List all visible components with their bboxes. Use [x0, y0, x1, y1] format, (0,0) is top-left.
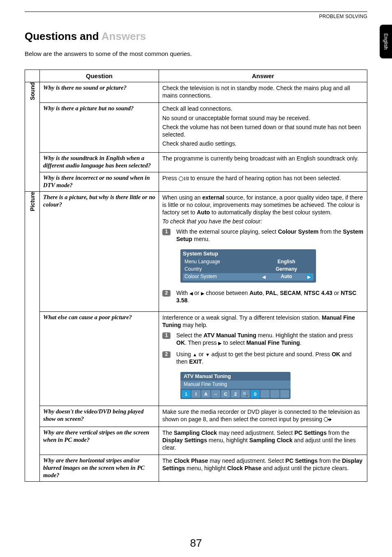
q-picture-4: Why are there vertical stripes on the sc…: [40, 427, 159, 455]
atv-title: ATV Manual Tuning: [180, 372, 291, 380]
left-arrow-icon: [261, 274, 267, 280]
atv-cell: A: [201, 390, 210, 398]
atv-cell: 1: [182, 390, 191, 398]
a-sound-2: Check all lead connections. No sound or …: [159, 103, 367, 153]
step-badge-1: 1: [162, 229, 171, 235]
th-question: Question: [40, 70, 159, 82]
left-arrow-icon: [189, 290, 193, 296]
down-arrow-icon: [205, 351, 210, 357]
q-sound-3: Why is the soundtrack in English when a …: [40, 153, 159, 172]
step-badge-2: 2: [162, 290, 171, 297]
audio-dual-icon: I/II: [179, 175, 189, 182]
th-blank: [25, 70, 40, 82]
step-badge-2: 2: [162, 351, 171, 358]
header-section: PROBLEM SOLVING: [25, 14, 367, 19]
atv-cell: [280, 390, 289, 398]
up-arrow-icon: [193, 351, 197, 357]
qa-table: Question Answer Sound Why is there no so…: [25, 70, 367, 482]
a-sound-4: Press I/II to ensure the hard of hearing…: [159, 172, 367, 191]
q-sound-2: Why is there a picture but no sound?: [40, 103, 159, 153]
category-sound-label: Sound: [29, 82, 36, 100]
language-tab: English: [380, 25, 392, 58]
atv-cell: 0: [251, 390, 260, 398]
atv-cell: ↔: [211, 390, 220, 398]
a-picture-4: The Sampling Clock may need adjustment. …: [159, 427, 367, 455]
category-picture-label: Picture: [29, 192, 36, 211]
atv-cell: 🔍: [241, 390, 250, 398]
page-title: Questions and Answers: [25, 30, 367, 43]
step-1b: 1 Select the ATV Manual Tuning menu. Hig…: [162, 332, 364, 346]
q-picture-2: What else can cause a poor picture?: [40, 312, 159, 406]
q-sound-1: Why is there no sound or picture?: [40, 82, 159, 103]
category-sound: Sound: [25, 82, 40, 192]
step-1: 1 With the external source playing, sele…: [162, 228, 364, 243]
a-picture-2: Interference or a weak signal. Try a dif…: [159, 312, 367, 406]
input-select-icon: [324, 417, 328, 422]
atv-cell: 2: [231, 390, 240, 398]
atv-manual-tuning-menu: ATV Manual Tuning Manual Fine Tuning 1 I…: [180, 372, 291, 399]
atv-cell: [261, 390, 270, 398]
atv-cell: I: [191, 390, 201, 398]
title-gray: Answers: [101, 30, 146, 42]
step-2: 2 With or choose between Auto, PAL, SECA…: [162, 289, 364, 304]
page-number: 87: [0, 537, 392, 550]
a-sound-3: The programme is currently being broadca…: [159, 153, 367, 172]
category-picture: Picture: [25, 191, 40, 482]
menu-title: System Setup: [183, 251, 314, 258]
a-picture-3: Make sure the media recorder or DVD play…: [159, 406, 367, 427]
q-sound-4: Why is there incorrect or no sound when …: [40, 172, 159, 191]
title-main: Questions and: [25, 30, 101, 42]
a-picture-5: The Clock Phase may need adjustment. Sel…: [159, 455, 367, 482]
atv-subtitle: Manual Fine Tuning: [180, 381, 291, 389]
q-picture-5: Why are there horizontal stripes and/or …: [40, 455, 159, 482]
a-picture-1: When using an external source, for insta…: [159, 191, 367, 311]
intro-text: Below are the answers to some of the mos…: [25, 50, 367, 57]
q-picture-1: There is a picture, but why is there lit…: [40, 191, 159, 311]
system-setup-menu: System Setup Menu LanguageEnglish Countr…: [180, 249, 316, 283]
atv-cell: [270, 390, 279, 398]
right-arrow-icon: [306, 274, 312, 280]
atv-cell: C: [221, 390, 230, 398]
right-arrow-icon: [201, 290, 204, 296]
step-badge-1: 1: [162, 332, 171, 339]
th-answer: Answer: [159, 70, 367, 82]
q-picture-3: Why doesn't the video/DVD being played s…: [40, 406, 159, 427]
a-sound-1: Check the television is not in standby m…: [159, 82, 367, 103]
language-tab-label: English: [383, 33, 389, 49]
step-2b: 2 Using or adjust to get the best pictur…: [162, 350, 364, 365]
